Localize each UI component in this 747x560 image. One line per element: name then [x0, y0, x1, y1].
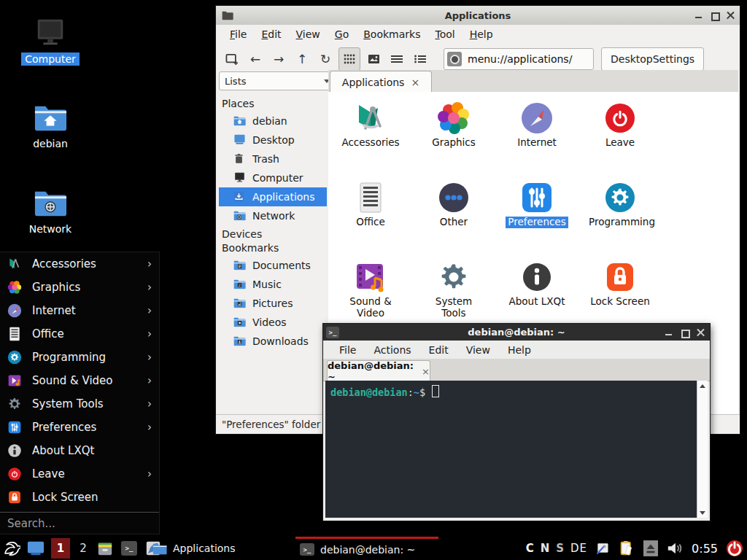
sidebar-item-pictures[interactable]: Pictures	[219, 294, 327, 313]
grid-item-programming[interactable]: Programming	[578, 174, 662, 254]
menu-item-office[interactable]: Office›	[0, 322, 159, 346]
terminal-output[interactable]: debian@debian:~$	[325, 381, 697, 518]
eject-removable-media-icon[interactable]	[642, 540, 659, 557]
menu-item-about-lxqt[interactable]: About LXQt	[0, 439, 159, 462]
menu-bookmarks[interactable]: Bookmarks	[357, 27, 427, 42]
maximize-button[interactable]	[681, 328, 689, 337]
grid-item-about-lxqt[interactable]: About LXQt	[495, 254, 578, 333]
screenshot-tray-icon[interactable]	[594, 540, 611, 557]
sidebar-mode-combobox[interactable]: Lists	[219, 71, 336, 90]
menu-go[interactable]: Go	[328, 27, 355, 42]
menu-item-lock-screen[interactable]: Lock Screen	[0, 486, 159, 509]
task-terminal[interactable]: >_ debian@debian: ~	[295, 537, 438, 560]
menu-edit[interactable]: Edit	[255, 27, 287, 42]
sidebar-item-downloads[interactable]: Downloads	[219, 332, 327, 351]
sidebar-item-computer[interactable]: Computer	[219, 168, 327, 187]
task-applications[interactable]: Applications	[148, 537, 293, 560]
menu-item-accessories[interactable]: Accessories›	[0, 252, 159, 276]
workspace-2-button[interactable]: 2	[77, 542, 90, 555]
desktop-icon-network[interactable]: Network	[15, 187, 85, 236]
menu-actions[interactable]: Actions	[366, 343, 418, 357]
grid-item-accessories[interactable]: Accessories	[329, 95, 412, 174]
maximize-button[interactable]	[711, 11, 719, 20]
menu-item-preferences[interactable]: Preferences›	[0, 416, 159, 439]
menu-help[interactable]: Help	[500, 343, 538, 357]
grid-item-preferences[interactable]: Preferences	[495, 174, 578, 254]
sound-video-icon	[7, 373, 22, 388]
sidebar-item-music[interactable]: ♪ Music	[219, 275, 327, 294]
terminal-cursor	[432, 385, 439, 397]
address-bar[interactable]	[444, 48, 594, 70]
desktop-icon-computer[interactable]: Computer	[15, 18, 85, 66]
thumbnail-view-icon[interactable]	[363, 48, 384, 70]
scroll-down-icon[interactable]	[697, 508, 708, 518]
reload-icon[interactable]: ↻	[315, 48, 336, 70]
workspace-1-button[interactable]: 1	[51, 538, 70, 559]
app-menu-button[interactable]	[3, 540, 20, 557]
grid-item-system-tools[interactable]: System Tools	[412, 254, 495, 333]
close-button[interactable]	[697, 328, 705, 337]
sidebar-item-trash[interactable]: Trash	[219, 149, 327, 168]
new-tab-icon[interactable]	[222, 48, 242, 70]
terminal-launcher-icon[interactable]: >_	[120, 540, 138, 557]
grid-item-internet[interactable]: Internet	[495, 95, 578, 174]
tab-terminal-session[interactable]: debian@debian: ~ ×	[327, 360, 430, 381]
tab-close-icon[interactable]: ×	[422, 366, 430, 377]
desktop-settings-button[interactable]: DesktopSettings	[601, 47, 704, 71]
submenu-arrow-icon: ›	[147, 397, 152, 411]
terminal-titlebar[interactable]: >_ debian@debian: ~	[323, 324, 710, 341]
minimize-button[interactable]	[694, 11, 703, 20]
menu-item-leave[interactable]: Leave›	[0, 462, 159, 486]
menu-item-system-tools[interactable]: System Tools›	[0, 392, 159, 416]
menu-view[interactable]: View	[459, 343, 498, 357]
grid-item-graphics[interactable]: Graphics	[412, 95, 495, 174]
clock[interactable]: 0:55	[692, 542, 718, 556]
menu-view[interactable]: View	[290, 27, 327, 42]
menu-file[interactable]: File	[332, 343, 363, 357]
back-icon[interactable]: ←	[245, 48, 266, 70]
menu-item-internet[interactable]: Internet›	[0, 299, 159, 322]
menu-file[interactable]: File	[223, 27, 253, 42]
grid-item-other[interactable]: Other	[412, 174, 495, 254]
sidebar-item-debian[interactable]: debian	[219, 112, 327, 131]
scroll-up-icon[interactable]	[697, 381, 708, 391]
sidebar-item-documents[interactable]: Documents	[219, 256, 327, 275]
menu-item-programming[interactable]: Programming›	[0, 346, 159, 369]
grid-item-leave[interactable]: Leave	[578, 95, 662, 174]
menu-item-graphics[interactable]: Graphics›	[0, 276, 159, 299]
grid-item-sound-video[interactable]: Sound & Video	[329, 254, 412, 333]
sidebar-item-videos[interactable]: Videos	[219, 313, 327, 332]
compact-view-icon[interactable]	[387, 48, 407, 70]
menu-edit[interactable]: Edit	[422, 343, 456, 357]
menu-help[interactable]: Help	[463, 27, 500, 42]
terminal-scrollbar[interactable]	[697, 381, 708, 518]
keyboard-layout-indicator[interactable]: DE	[570, 542, 587, 555]
forward-icon[interactable]: →	[268, 48, 289, 70]
location-icon	[447, 52, 462, 66]
menu-tool[interactable]: Tool	[428, 27, 461, 42]
close-button[interactable]	[727, 11, 735, 20]
system-tools-icon	[436, 260, 471, 295]
file-manager-titlebar[interactable]: Applications	[216, 6, 740, 26]
tab-applications[interactable]: Applications ×	[330, 71, 432, 93]
desktop-icon-label: Network	[26, 222, 75, 236]
sidebar-item-network[interactable]: Network	[219, 206, 327, 225]
sidebar-item-desktop[interactable]: Desktop	[219, 131, 327, 149]
grid-item-lock-screen[interactable]: Lock Screen	[578, 254, 662, 333]
show-desktop-button[interactable]	[27, 540, 44, 557]
sidebar-item-applications[interactable]: Applications	[219, 187, 327, 206]
desktop-icon-debian[interactable]: debian	[15, 102, 85, 150]
menu-search-input[interactable]	[0, 513, 159, 534]
clipboard-tray-icon[interactable]	[618, 540, 635, 557]
address-input[interactable]	[466, 52, 578, 66]
volume-icon[interactable]	[666, 540, 684, 557]
tab-close-icon[interactable]: ×	[411, 77, 419, 88]
up-icon[interactable]: ↑	[292, 48, 312, 70]
menu-item-sound-video[interactable]: Sound & Video›	[0, 369, 159, 392]
file-manager-launcher-icon[interactable]	[96, 540, 114, 557]
grid-item-office[interactable]: Office	[329, 174, 412, 254]
leave-power-button[interactable]	[726, 540, 743, 557]
icon-view-toggle[interactable]	[338, 47, 360, 71]
detailed-list-view-icon[interactable]	[410, 48, 430, 70]
minimize-button[interactable]	[665, 328, 673, 337]
